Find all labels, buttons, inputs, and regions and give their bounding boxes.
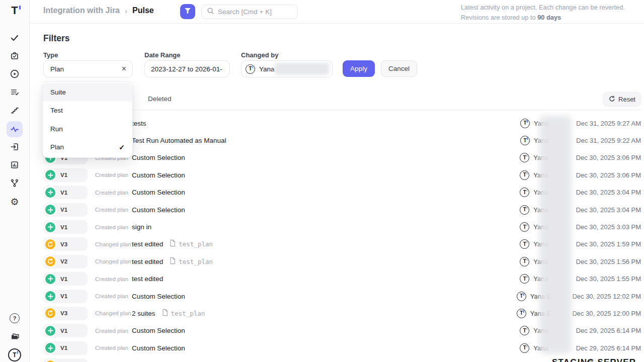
plus-icon — [45, 188, 55, 198]
user-avatar: T — [520, 153, 529, 162]
action-label: Created plan — [95, 328, 129, 334]
activity-description: Custom Selection — [132, 154, 185, 161]
sidebar-item-analytics[interactable] — [0, 160, 29, 170]
user-avatar: T — [520, 274, 529, 284]
action-label: Created plan — [95, 224, 129, 230]
timestamp: Dec 30, 2025 3:06 PM — [576, 154, 641, 161]
user-avatar: T — [246, 64, 255, 74]
plus-icon — [45, 170, 55, 180]
sidebar-item-branches[interactable] — [0, 178, 29, 188]
page-description: Latest activity on a project. Each chang… — [461, 3, 640, 23]
breadcrumb-parent[interactable]: Integration with Jira — [43, 6, 120, 15]
plan-link[interactable]: test_plan — [162, 309, 205, 318]
tab-deleted[interactable]: Deleted — [148, 95, 172, 103]
user-avatar: T — [520, 188, 529, 197]
app-logo[interactable]: T — [0, 5, 29, 17]
row-meta: TYanaDec 29, 2025 6:14 PM — [520, 322, 641, 339]
plus-icon — [45, 291, 55, 301]
sidebar-item-runs[interactable] — [0, 69, 29, 79]
action-label: Created plan — [95, 293, 129, 299]
sidebar-item-profile[interactable]: T — [0, 349, 29, 360]
sidebar-item-help[interactable]: ? — [0, 313, 29, 323]
refresh-icon — [45, 308, 55, 318]
document-icon — [162, 309, 169, 318]
action-label: Changed plan — [95, 310, 129, 316]
version-label: V1 — [60, 207, 67, 213]
date-range-input[interactable]: 2023-12-27 to 2026-01- — [144, 60, 230, 77]
staging-watermark: STAGING SERVER — [552, 357, 636, 362]
type-option-suite[interactable]: Suite — [43, 83, 132, 102]
redacted-names-blur — [539, 116, 572, 354]
type-option-plan[interactable]: Plan✓ — [43, 138, 132, 157]
type-option-test[interactable]: Test — [43, 102, 132, 120]
plan-link[interactable]: test_plan — [169, 239, 213, 249]
plan-link[interactable]: test_plan — [169, 257, 213, 266]
version-label: V3 — [60, 310, 67, 316]
document-icon — [169, 239, 176, 249]
user-avatar: T — [520, 170, 529, 180]
activity-description: tests — [132, 120, 146, 127]
play-circle-icon — [10, 69, 20, 79]
version-label: V1 — [60, 190, 67, 196]
row-meta: TYana EDec 30, 2025 12:02 PM — [517, 288, 641, 305]
changed-by-input[interactable]: T Yana — [241, 60, 333, 77]
type-select[interactable]: Plan × — [43, 60, 133, 77]
version-label: V1 — [60, 293, 67, 299]
action-label: Created plan — [95, 190, 129, 196]
timestamp: Dec 30, 2025 3:06 PM — [576, 171, 641, 179]
type-option-run[interactable]: Run — [43, 120, 132, 138]
version-label: V1 — [60, 345, 67, 351]
page-title: Pulse — [132, 6, 154, 15]
timestamp: Dec 30, 2025 1:59 PM — [576, 240, 641, 248]
sidebar-item-import[interactable] — [0, 142, 29, 152]
action-label: Created plan — [95, 172, 129, 178]
search-input[interactable]: Search [Cmd + K] — [201, 5, 298, 19]
cancel-button[interactable]: Cancel — [381, 60, 417, 77]
action-label: Created plan — [95, 345, 129, 351]
top-bar: Integration with Jira › Pulse Search [Cm… — [29, 0, 644, 24]
check-icon: ✓ — [119, 143, 125, 151]
user-avatar: T — [520, 326, 529, 335]
timestamp: Dec 29, 2025 6:14 PM — [576, 344, 641, 352]
action-label: Created plan — [95, 207, 129, 213]
stairs-icon — [10, 105, 20, 115]
search-icon — [207, 7, 214, 17]
activity-description: Custom Selection — [132, 327, 185, 334]
row-meta: TYanaDec 30, 2025 1:59 PM — [520, 236, 641, 253]
timestamp: Dec 29, 2025 6:14 PM — [576, 327, 641, 334]
refresh-icon — [609, 96, 615, 104]
version-pill: V3 — [43, 307, 88, 320]
action-label: Changed plan — [95, 258, 129, 264]
user-avatar: T — [517, 292, 526, 301]
apply-button[interactable]: Apply — [343, 60, 375, 77]
changed-by-value: Yana — [259, 65, 275, 73]
list-check-icon — [10, 87, 20, 97]
activity-description: sign in — [132, 223, 151, 231]
sidebar-item-projects[interactable] — [0, 331, 29, 341]
breadcrumb-separator: › — [125, 7, 127, 15]
row-meta: TYanaDec 30, 2025 3:04 PM — [520, 201, 641, 218]
activity-description: Custom Selection — [132, 293, 185, 300]
sidebar-item-settings[interactable]: ⚙ — [0, 196, 29, 207]
row-meta: TYanaDec 30, 2025 3:04 PM — [520, 184, 641, 201]
sidebar-item-results[interactable] — [0, 87, 29, 97]
sidebar-item-pulse[interactable] — [0, 121, 29, 137]
date-range-value: 2023-12-27 to 2026-01- — [151, 65, 222, 73]
sidebar-item-steps[interactable] — [0, 105, 29, 115]
clear-icon[interactable]: × — [122, 65, 126, 73]
version-label: V1 — [60, 276, 67, 282]
breadcrumb: Integration with Jira › Pulse — [43, 6, 154, 15]
filter-button[interactable] — [180, 4, 195, 19]
user-avatar: T — [520, 257, 529, 266]
reset-button[interactable]: Reset — [603, 92, 641, 107]
funnel-icon — [184, 8, 191, 16]
timestamp: Dec 30, 2025 1:56 PM — [576, 258, 641, 265]
sidebar-item-checks[interactable] — [0, 33, 29, 43]
version-label: V1 — [60, 328, 67, 334]
row-meta: TYanaDec 30, 2025 3:06 PM — [520, 149, 641, 166]
action-label: Created plan — [95, 276, 129, 282]
user-avatar: T — [520, 136, 530, 145]
filters-title: Filters — [43, 33, 70, 44]
sidebar-item-plans[interactable] — [0, 51, 29, 61]
user-avatar: T — [520, 343, 529, 353]
